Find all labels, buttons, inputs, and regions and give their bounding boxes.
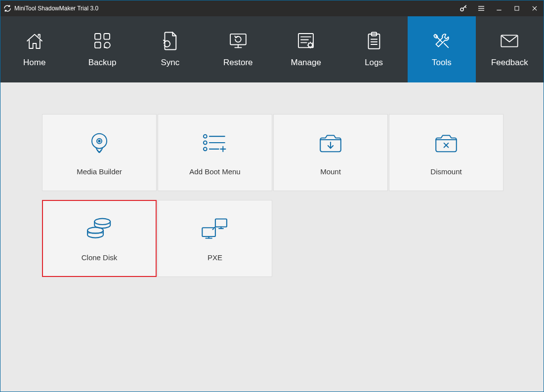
nav-label: Tools xyxy=(432,58,452,68)
svg-point-43 xyxy=(94,218,110,224)
tool-label: Mount xyxy=(320,167,341,176)
svg-rect-8 xyxy=(95,34,101,39)
manage-icon xyxy=(296,31,316,51)
maximize-button[interactable] xyxy=(508,0,526,16)
tool-add-boot-menu[interactable]: Add Boot Menu xyxy=(158,114,272,191)
tool-pxe[interactable]: PXE xyxy=(158,200,272,277)
svg-rect-46 xyxy=(215,219,227,227)
main-navbar: Home Backup Sync xyxy=(0,16,544,82)
add-boot-menu-icon xyxy=(198,130,232,156)
nav-label: Feedback xyxy=(491,58,528,68)
app-title: MiniTool ShadowMaker Trial 3.0 xyxy=(14,5,98,12)
tools-icon xyxy=(432,31,452,51)
close-button[interactable] xyxy=(526,0,544,16)
nav-backup[interactable]: Backup xyxy=(68,16,136,82)
pxe-icon xyxy=(198,216,232,241)
restore-icon xyxy=(228,31,248,51)
nav-label: Manage xyxy=(291,58,321,68)
nav-label: Home xyxy=(23,58,45,68)
nav-sync[interactable]: Sync xyxy=(136,16,204,82)
home-icon xyxy=(25,31,44,51)
nav-feedback[interactable]: Feedback xyxy=(476,16,544,82)
tool-dismount[interactable]: Dismount xyxy=(389,114,503,191)
nav-tools[interactable]: Tools xyxy=(408,16,475,82)
svg-point-30 xyxy=(204,134,207,138)
backup-icon xyxy=(92,31,112,51)
clone-disk-icon xyxy=(82,216,117,241)
logs-icon xyxy=(364,31,384,51)
tool-clone-disk[interactable]: Clone Disk xyxy=(42,200,157,277)
minimize-button[interactable] xyxy=(490,0,508,16)
svg-point-34 xyxy=(204,147,207,151)
titlebar: MiniTool ShadowMaker Trial 3.0 xyxy=(0,0,544,16)
tools-grid: Media Builder Add Boot Menu xyxy=(0,82,544,309)
svg-line-25 xyxy=(444,43,448,47)
tool-label: Media Builder xyxy=(77,167,122,176)
feedback-icon xyxy=(500,31,519,51)
nav-restore[interactable]: Restore xyxy=(204,16,272,82)
svg-rect-14 xyxy=(298,34,313,47)
media-builder-icon xyxy=(82,130,117,156)
tool-mount[interactable]: Mount xyxy=(273,114,388,191)
mount-icon xyxy=(313,130,348,156)
svg-rect-10 xyxy=(95,42,101,48)
nav-label: Logs xyxy=(365,58,383,68)
tool-label: Dismount xyxy=(430,167,461,176)
tool-media-builder[interactable]: Media Builder xyxy=(42,114,157,191)
tool-label: Clone Disk xyxy=(82,253,118,262)
nav-label: Backup xyxy=(88,58,117,68)
tool-label: Add Boot Menu xyxy=(189,167,240,176)
svg-rect-11 xyxy=(230,34,246,45)
app-logo-icon xyxy=(0,0,14,16)
menu-icon[interactable] xyxy=(472,0,490,16)
nav-manage[interactable]: Manage xyxy=(272,16,340,82)
sync-icon xyxy=(160,31,180,51)
key-icon[interactable] xyxy=(455,0,472,16)
nav-label: Restore xyxy=(223,58,253,68)
nav-logs[interactable]: Logs xyxy=(340,16,408,82)
dismount-icon xyxy=(429,130,463,156)
nav-home[interactable]: Home xyxy=(0,16,68,82)
nav-label: Sync xyxy=(161,58,180,68)
tool-label: PXE xyxy=(208,253,222,262)
svg-point-29 xyxy=(98,140,100,142)
svg-rect-9 xyxy=(104,34,110,39)
svg-rect-5 xyxy=(515,6,519,10)
svg-point-32 xyxy=(204,141,207,144)
